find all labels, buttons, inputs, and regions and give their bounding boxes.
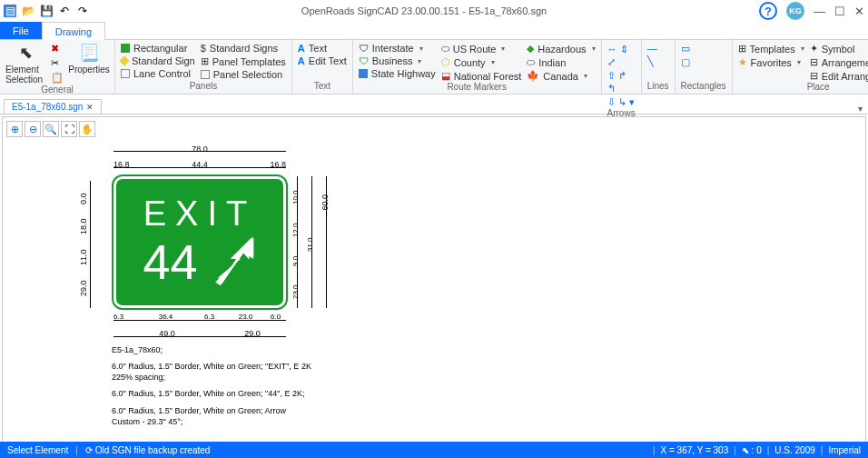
panel-selection-button[interactable]: Panel Selection: [201, 69, 286, 80]
canada-icon: 🍁: [527, 70, 539, 82]
cursor-icon: ⬉: [19, 43, 33, 63]
save-icon[interactable]: 💾: [40, 5, 53, 17]
canada-button[interactable]: 🍁Canada: [527, 70, 595, 82]
help-icon[interactable]: ?: [759, 2, 777, 20]
exit-number: 44: [143, 234, 197, 290]
arrow-icon: [207, 237, 257, 287]
favorites-button[interactable]: ★Favorites: [738, 56, 804, 68]
redo-icon[interactable]: ↷: [76, 5, 89, 17]
standard-signs-button[interactable]: $Standard Signs: [201, 43, 286, 54]
status-bar: Select Element | ⟳ Old SGN file backup c…: [0, 442, 868, 458]
status-mode: Select Element: [7, 445, 68, 455]
zoom-out-icon[interactable]: ⊖: [25, 121, 41, 137]
zoom-window-icon[interactable]: 🔍: [43, 121, 59, 137]
fit-icon[interactable]: ⛶: [61, 121, 77, 137]
standard-sign-button[interactable]: Standard Sign: [121, 55, 195, 66]
window-controls: ? KG — ☐ ✕: [759, 2, 864, 20]
indian-icon: ⬭: [527, 56, 535, 68]
edit-text-button[interactable]: AEdit Text: [298, 55, 347, 66]
zoom-in-icon[interactable]: ⊕: [6, 121, 23, 137]
close-button[interactable]: ✕: [854, 5, 864, 18]
county-button[interactable]: ⬠County: [441, 56, 522, 68]
line-icon[interactable]: ―: [647, 43, 657, 54]
pan-icon[interactable]: ✋: [79, 121, 95, 137]
templates-icon: ⊞: [738, 43, 746, 55]
dim-right-col2: 31.0: [306, 181, 314, 308]
group-lines: ―╲ Lines: [642, 40, 676, 94]
dim-bottom-row2: 49.0 29.0: [113, 329, 286, 338]
group-arrows: ↔ ⇕ ⤢ ⇧ ↱ ↰ ⇩ ↳ ▾ Arrows: [602, 40, 642, 94]
template-icon: ⊞: [201, 55, 209, 67]
ribbon-tabs: File Drawing: [0, 22, 868, 40]
exit-sign-panel[interactable]: EXIT 44: [113, 176, 286, 308]
national-forest-button[interactable]: ⬓National Forest: [441, 70, 522, 82]
panel-templates-button[interactable]: ⊞Panel Templates: [201, 55, 286, 67]
dim-left: 29.011.018.00.0: [79, 185, 88, 304]
minimize-button[interactable]: —: [814, 5, 825, 18]
arrow-icon[interactable]: ↔: [607, 44, 617, 55]
group-text: AText AEdit Text Text: [292, 40, 353, 94]
edit-arrangement-icon: ⊟: [810, 70, 818, 82]
properties-icon: 📃: [79, 43, 99, 63]
drawing-canvas[interactable]: ⊕ ⊖ 🔍 ⛶ ✋ 78.0 16.844.416.8 EXIT 44: [2, 116, 866, 453]
dim-bottom-row1: 6.3 36.4 6.3 23.0 6.0: [113, 313, 286, 321]
business-button[interactable]: 🛡Business: [359, 55, 436, 66]
rectangular-button[interactable]: Rectangular: [121, 43, 195, 54]
document-dropdown[interactable]: ▾: [858, 104, 863, 114]
delete-icon[interactable]: ✖: [51, 43, 64, 55]
close-icon[interactable]: ✕: [86, 103, 94, 112]
app-title: OpenRoads SignCAD 23.00.00.151 - E5-1a_7…: [89, 5, 759, 16]
status-units: Imperial: [828, 445, 861, 455]
rect-icon[interactable]: ▭: [681, 43, 690, 55]
tab-drawing[interactable]: Drawing: [42, 22, 105, 40]
paste-icon[interactable]: 📋: [51, 72, 64, 84]
group-general: ⬉ Element Selection ✖ ✂ 📋 📃 Properties G…: [0, 40, 115, 94]
exit-text: EXIT: [143, 194, 256, 234]
cut-icon[interactable]: ✂: [51, 57, 64, 69]
business-icon: 🛡: [359, 55, 369, 66]
hazardous-icon: ◆: [527, 43, 534, 55]
text-button[interactable]: AText: [298, 43, 347, 54]
indian-button[interactable]: ⬭Indian: [527, 56, 595, 68]
status-coords: X = 367, Y = 303: [661, 445, 729, 455]
user-avatar[interactable]: KG: [786, 2, 804, 20]
title-bar: ▤ 📂 💾 ↶ ↷ OpenRoads SignCAD 23.00.00.151…: [0, 0, 868, 22]
arrangement-button[interactable]: ⊟Arrangement: [810, 56, 868, 68]
group-place: ⊞Templates ★Favorites ✦Symbol ⊟Arrangeme…: [733, 40, 868, 94]
open-icon[interactable]: 📂: [22, 5, 35, 17]
dim-top-row: 16.844.416.8: [113, 160, 286, 169]
dim-right-overall: 60.0: [321, 194, 330, 211]
interstate-button[interactable]: 🛡Interstate: [359, 43, 436, 54]
status-snap: ⬉ : 0: [742, 445, 762, 455]
arrangement-icon: ⊟: [810, 56, 818, 68]
national-forest-icon: ⬓: [441, 70, 450, 82]
us-route-icon: ⬭: [441, 43, 449, 55]
tab-file[interactable]: File: [0, 22, 42, 39]
group-route-markers: 🛡Interstate 🛡Business State Highway ⬭US …: [353, 40, 602, 94]
templates-button[interactable]: ⊞Templates: [738, 43, 804, 55]
symbol-icon: ✦: [810, 43, 818, 55]
group-panels: Rectangular Standard Sign Lane Control $…: [115, 40, 292, 94]
zoom-toolbar: ⊕ ⊖ 🔍 ⛶ ✋: [6, 121, 95, 137]
sign-notes: E5-1a_78x60; 6.0" Radius, 1.5" Border, W…: [112, 344, 311, 433]
hazardous-button[interactable]: ◆Hazardous: [527, 43, 595, 55]
document-tab-strip: E5-1a_78x60.sgn✕ ▾: [0, 95, 868, 114]
element-selection-button[interactable]: ⬉ Element Selection: [5, 43, 45, 85]
lane-control-button[interactable]: Lane Control: [121, 68, 195, 79]
undo-icon[interactable]: ↶: [58, 5, 71, 17]
maximize-button[interactable]: ☐: [834, 5, 845, 18]
us-route-button[interactable]: ⬭US Route: [441, 43, 522, 55]
document-tab[interactable]: E5-1a_78x60.sgn✕: [4, 99, 102, 114]
group-rectangles: ▭▢ Rectangles: [676, 40, 733, 94]
interstate-icon: 🛡: [359, 43, 369, 54]
dim-top-overall: 78.0: [113, 144, 286, 154]
quick-access-toolbar: ▤ 📂 💾 ↶ ↷: [4, 5, 89, 17]
new-icon[interactable]: ▤: [4, 5, 16, 17]
ribbon: ⬉ Element Selection ✖ ✂ 📋 📃 Properties G…: [0, 40, 868, 95]
symbol-button[interactable]: ✦Symbol: [810, 43, 868, 55]
properties-button[interactable]: 📃 Properties: [69, 43, 109, 75]
edit-arrangement-button[interactable]: ⊟Edit Arrangement: [810, 70, 868, 82]
county-icon: ⬠: [441, 56, 450, 68]
state-highway-button[interactable]: State Highway: [359, 68, 436, 79]
status-message: ⟳ Old SGN file backup created: [85, 445, 211, 455]
